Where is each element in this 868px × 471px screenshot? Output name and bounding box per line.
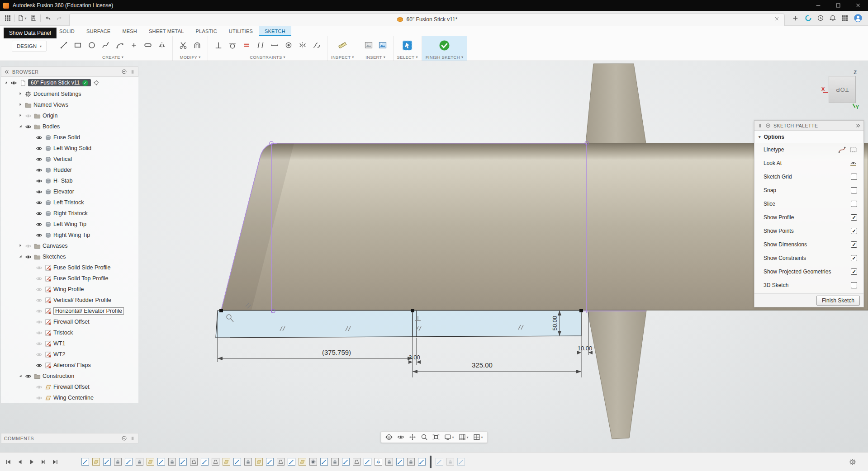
browser-item-elevator[interactable]: Elevator xyxy=(1,186,138,197)
arc-tool-icon[interactable] xyxy=(113,38,127,52)
visibility-on-icon[interactable] xyxy=(10,80,18,86)
dim-span-label[interactable]: 325.00 xyxy=(472,361,493,369)
timeline-position-marker[interactable] xyxy=(430,456,432,468)
timeline-feature-loft[interactable] xyxy=(277,458,285,466)
checkbox-snap[interactable] xyxy=(851,187,857,193)
measure-tool-icon[interactable] xyxy=(336,38,349,52)
browser-item-h-stab[interactable]: H- Stab xyxy=(1,175,138,186)
visibility-on-icon[interactable] xyxy=(35,362,43,369)
caret-closed-icon[interactable] xyxy=(18,113,23,118)
group-label-select[interactable]: SELECT▾ xyxy=(397,54,418,61)
orbit-button[interactable] xyxy=(383,432,394,443)
dim-total-label[interactable]: (375.759) xyxy=(322,349,351,356)
visibility-off-icon[interactable] xyxy=(35,275,43,282)
visibility-off-icon[interactable] xyxy=(35,297,43,304)
pan-button[interactable] xyxy=(407,432,417,443)
browser-item-tristock[interactable]: Tristock xyxy=(1,327,138,338)
browser-item-wt2[interactable]: WT2 xyxy=(1,349,138,360)
lookat-tool-icon[interactable] xyxy=(849,160,857,167)
visibility-on-icon[interactable] xyxy=(35,232,43,239)
new-tab-button[interactable] xyxy=(788,12,802,24)
checkbox-show-points[interactable]: ✓ xyxy=(851,228,857,234)
timeline-feature-sketch[interactable] xyxy=(288,458,295,466)
vertical-fin-upper[interactable] xyxy=(586,64,646,143)
tab-mesh[interactable]: MESH xyxy=(116,26,143,36)
browser-item-fuse-solid-side-profile[interactable]: Fuse Solid Side Profile xyxy=(1,262,138,273)
user-avatar-icon[interactable] xyxy=(854,14,863,23)
group-label-inspect[interactable]: INSPECT▾ xyxy=(331,54,354,61)
group-label-create[interactable]: CREATE▾ xyxy=(57,54,169,61)
curvature-tool-icon[interactable] xyxy=(310,38,323,52)
checkbox-show-constraints[interactable]: ✓ xyxy=(851,255,857,261)
perpendicular-tool-icon[interactable] xyxy=(212,38,225,52)
palette-options-section[interactable]: ▾ Options xyxy=(754,131,863,143)
timeline-feature-hole[interactable] xyxy=(309,458,317,466)
fit-button[interactable] xyxy=(430,432,441,443)
visibility-on-icon[interactable] xyxy=(35,210,43,217)
active-document-badge[interactable]: 60" Fusion Stick v11✓ xyxy=(28,79,91,86)
group-label-insert[interactable]: INSERT▾ xyxy=(362,54,389,61)
trim-tool-icon[interactable] xyxy=(176,38,190,52)
visibility-on-icon[interactable] xyxy=(35,199,43,206)
zoom-button[interactable] xyxy=(418,432,429,443)
linetype-construction-icon[interactable] xyxy=(849,146,857,154)
jump-start-button[interactable] xyxy=(4,457,13,466)
browser-item-vertical[interactable]: Vertical xyxy=(1,154,138,165)
visibility-off-icon[interactable] xyxy=(35,384,43,391)
visibility-off-icon[interactable] xyxy=(35,319,43,325)
palette-grip-icon[interactable] xyxy=(757,123,763,128)
visibility-on-icon[interactable] xyxy=(35,178,43,184)
group-label-modify[interactable]: MODIFY▾ xyxy=(176,54,204,61)
sketch-profile-region[interactable] xyxy=(216,311,581,338)
collapse-browser-icon[interactable] xyxy=(4,69,9,75)
caret-open-icon[interactable] xyxy=(18,124,23,129)
visibility-off-icon[interactable] xyxy=(35,351,43,358)
visibility-on-icon[interactable] xyxy=(24,123,32,130)
browser-item-horizontal-elevator-profile[interactable]: Horizontal/ Elevator Profile xyxy=(1,306,138,316)
browser-item-wing-centerline[interactable]: Wing Centerline xyxy=(1,392,138,403)
notification-history-icon[interactable] xyxy=(817,14,824,22)
visibility-off-icon[interactable] xyxy=(35,308,43,315)
group-label-finish-sketch[interactable]: FINISH SKETCH▾ xyxy=(426,54,464,61)
browser-item-firewall-offset[interactable]: Firewall Offset xyxy=(1,316,138,327)
visibility-on-icon[interactable] xyxy=(35,167,43,174)
dim-height-label[interactable]: 50.00 xyxy=(551,316,558,331)
comments-bar[interactable]: COMMENTS xyxy=(1,433,138,443)
app-switcher-icon[interactable] xyxy=(841,14,849,22)
browser-collapse-all-icon[interactable] xyxy=(121,69,127,75)
comments-grip-icon[interactable] xyxy=(130,436,135,441)
group-label-constraints[interactable]: CONSTRAINTS▾ xyxy=(212,54,323,61)
timeline-feature-extrude[interactable] xyxy=(407,458,415,466)
select-target-icon[interactable] xyxy=(92,80,100,86)
visibility-on-icon[interactable] xyxy=(35,188,43,195)
browser-item-bodies[interactable]: Bodies xyxy=(1,121,138,132)
browser-item-left-wing-tip[interactable]: Left Wing Tip xyxy=(1,219,138,230)
caret-closed-icon[interactable] xyxy=(18,92,23,96)
display-settings-button[interactable]: ▾ xyxy=(442,432,455,443)
checkbox-show-projected-geometries[interactable]: ✓ xyxy=(851,268,857,275)
timeline-feature-sketch[interactable] xyxy=(157,458,165,466)
undo-button[interactable] xyxy=(42,13,53,24)
timeline-feature-plane[interactable] xyxy=(299,458,306,466)
linetype-curve-icon[interactable] xyxy=(838,146,846,154)
viewport[interactable]: (375.759) 3.00 325.00 50.00 10.00 TOP X … xyxy=(0,61,868,452)
timeline-feature-loft[interactable] xyxy=(190,458,198,466)
tangent-tool-icon[interactable] xyxy=(226,38,239,52)
browser-item-left-tristock[interactable]: Left Tristock xyxy=(1,197,138,208)
symmetry-tool-icon[interactable] xyxy=(296,38,309,52)
visibility-on-icon[interactable] xyxy=(35,134,43,141)
save-button[interactable] xyxy=(28,13,39,24)
timeline-feature-sketch[interactable] xyxy=(125,458,133,466)
timeline-feature-plane[interactable] xyxy=(255,458,263,466)
tab-utilities[interactable]: UTILITIES xyxy=(223,26,259,36)
timeline-feature-extrude[interactable] xyxy=(446,458,454,466)
timeline-feature-extrude[interactable] xyxy=(331,458,339,466)
coincident-tool-icon[interactable] xyxy=(282,38,295,52)
finish-tool-icon[interactable] xyxy=(437,38,451,52)
visibility-off-icon[interactable] xyxy=(24,243,32,250)
dim-offset-label[interactable]: 10.00 xyxy=(578,345,593,352)
comments-collapse-icon[interactable] xyxy=(121,435,127,441)
caret-closed-icon[interactable] xyxy=(18,103,23,107)
slot-tool-icon[interactable] xyxy=(141,38,155,52)
timeline-feature-sketch[interactable] xyxy=(457,458,465,466)
